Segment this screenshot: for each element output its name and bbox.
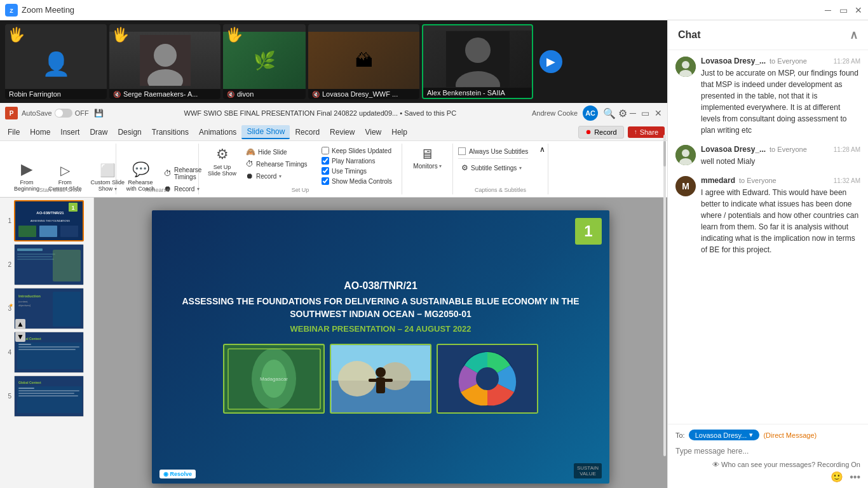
menu-home[interactable]: Home <box>25 126 55 139</box>
setup-show-button[interactable]: ⚙ Set UpSlide Show <box>204 144 240 179</box>
autosave-toggle[interactable] <box>55 109 72 118</box>
show-media-check[interactable]: Show Media Controls <box>322 177 392 186</box>
menu-transitions[interactable]: Transitions <box>147 126 194 139</box>
svg-text:Z: Z <box>10 8 13 14</box>
user-avatar[interactable]: AC <box>583 105 598 121</box>
chat-recipient-selector[interactable]: Lovasoa Dresy... ▾ <box>689 430 760 440</box>
slide-main-area: 1 AO-038/TNR/21 ASSESSING THE FOUNDATION… <box>94 198 667 488</box>
menu-view[interactable]: View <box>360 126 386 139</box>
svg-rect-19 <box>17 256 52 257</box>
menu-record[interactable]: Record <box>290 126 325 139</box>
video-nav-arrow: ▶ <box>546 55 555 69</box>
menu-slideshow[interactable]: Slide Show <box>241 125 290 139</box>
chat-text-2: well noted Mialy <box>701 156 860 167</box>
chat-collapse-button[interactable]: ∧ <box>850 28 858 42</box>
ribbon-group-monitors: 🖥 Monitors ▾ <box>402 144 453 194</box>
rehearse-timings2-button[interactable]: ⏱ Rehearse Timings <box>243 158 319 170</box>
more-options-icon[interactable]: ••• <box>850 471 860 483</box>
chat-avatar-mmedard: M <box>675 176 696 196</box>
svg-text:objectives): objectives) <box>18 304 31 307</box>
subtitle-settings-button[interactable]: ⚙ Subtitle Settings ▾ <box>458 162 528 173</box>
rehearse-timings-icon: ⏱ <box>164 169 172 178</box>
tile-name-divon: 🔇 divon <box>223 89 306 99</box>
ppt-minimize[interactable]: ─ <box>630 108 636 118</box>
zoom-window-controls: ─ ▭ ✕ <box>824 6 863 15</box>
gear-icon[interactable]: ⚙ <box>618 107 627 119</box>
menu-draw[interactable]: Draw <box>85 126 112 139</box>
ribbon-record-button[interactable]: ⏺ Record <box>578 126 623 139</box>
menu-help[interactable]: Help <box>386 126 412 139</box>
chat-sender-3: mmedard <box>701 176 735 185</box>
ribbon-group-start: ▶ FromBeginning ▷ FromCurrent Slide ⬜ Cu… <box>5 144 116 194</box>
chat-sender-1: Lovasoa Dresy_... <box>701 57 766 65</box>
search-icon[interactable]: 🔍 <box>603 107 616 119</box>
video-tile-lovasoa[interactable]: 🏔 🔇 Lovasoa Dresy_WWF ... <box>308 24 419 99</box>
main-area: 1 AO-038/TNR/21 ASSESSING THE FOUNDATION… <box>0 198 667 488</box>
keep-updated-input[interactable] <box>322 147 329 154</box>
slide-thumb-2[interactable]: 2 <box>3 244 91 285</box>
ppt-window-controls: ─ ▭ ✕ <box>630 108 662 118</box>
rehearse-timings2-label: Rehearse Timings <box>256 161 308 168</box>
alex-video <box>446 31 510 87</box>
svg-text:Global Context: Global Context <box>18 381 41 384</box>
menu-review[interactable]: Review <box>325 126 360 139</box>
video-tile-robin[interactable]: 🖐 👤 Robin Farrington <box>5 24 107 99</box>
record-small2-label: Record <box>256 173 276 180</box>
emoji-icon[interactable]: 🙂 <box>831 471 843 483</box>
ppt-restore[interactable]: ▭ <box>641 108 649 118</box>
monitors-button[interactable]: 🖥 Monitors ▾ <box>410 144 444 172</box>
ribbon-group-setup: ⚙ Set UpSlide Show 🙈 Hide Slide ⏱ Rehear… <box>199 144 402 194</box>
menu-design[interactable]: Design <box>112 126 146 139</box>
save-icon[interactable]: 💾 <box>94 109 104 118</box>
use-timings-input[interactable] <box>322 167 329 175</box>
video-nav-button[interactable]: ▶ <box>539 50 562 73</box>
monitors-label-row: Monitors ▾ <box>413 163 441 170</box>
rehearse-timings2-icon: ⏱ <box>246 159 254 168</box>
svg-text:ASSESSING THE FOUNDATIONS: ASSESSING THE FOUNDATIONS <box>31 219 70 222</box>
record2-dropdown-arrow: ▾ <box>279 173 281 179</box>
hide-slide-button[interactable]: 🙈 Hide Slide <box>243 146 319 158</box>
ppt-close[interactable]: ✕ <box>654 108 662 118</box>
menu-insert[interactable]: Insert <box>55 126 85 139</box>
avatar-img-lovasoa <box>675 57 696 77</box>
chat-input[interactable] <box>675 444 860 458</box>
play-narrations-check[interactable]: Play Narrations <box>322 156 392 165</box>
resolve-footer-button[interactable]: ◉ Resolve <box>159 470 196 478</box>
close-button[interactable]: ✕ <box>854 6 863 15</box>
slide-img-5: Global Context <box>14 376 84 417</box>
video-tile-alex[interactable]: Alex Benkenstein - SAIIA <box>422 24 533 99</box>
chat-footer-icons: 👁 Who can see your messages? Recording O… <box>675 461 860 468</box>
photo-svg <box>332 346 430 412</box>
record-btn-label: Record <box>594 128 616 136</box>
share-icon: ↑ <box>634 128 637 135</box>
rehearse-timings-button[interactable]: ⏱ Rehearse Timings <box>161 165 205 182</box>
keep-updated-check[interactable]: Keep Slides Updated <box>322 146 392 155</box>
mic-muted-lovasoa: 🔇 <box>312 91 320 98</box>
svg-rect-17 <box>17 248 43 251</box>
show-media-input[interactable] <box>322 177 329 185</box>
divon-avatar: 🌿 <box>254 50 276 71</box>
slide-num-3: 3★ <box>3 305 11 312</box>
slide-thumb-1[interactable]: 1 AO-038/TNR/21 ASSESSING THE FOUNDATION… <box>3 200 91 241</box>
ppt-filename: WWF SWIO SBE FINAL PRESENTATION Final 24… <box>109 109 532 117</box>
always-subtitles-checkbox[interactable] <box>458 147 466 155</box>
slide-thumb-5[interactable]: 5 Global Context <box>3 376 91 417</box>
video-tile-divon[interactable]: 🖐 🌿 🔇 divon <box>223 24 306 99</box>
chat-body-1: Lovasoa Dresy_... to Everyone 11:28 AM J… <box>701 57 860 136</box>
svg-point-3 <box>154 44 177 67</box>
share-button[interactable]: ↑ Share <box>628 126 665 138</box>
play-narrations-input[interactable] <box>322 157 329 165</box>
svg-text:Madagascar: Madagascar <box>259 376 287 382</box>
chat-message-2: Lovasoa Dresy_... to Everyone 11:28 AM w… <box>675 145 860 167</box>
svg-point-6 <box>465 37 491 63</box>
record-small2-button[interactable]: ⏺ Record ▾ <box>243 170 319 182</box>
video-tile-serge[interactable]: 🖐 🔇 Serge Raemaekers- A... <box>109 24 220 99</box>
menu-animations[interactable]: Animations <box>194 126 241 139</box>
keep-updated-label: Keep Slides Updated <box>332 147 391 154</box>
mic-muted-divon: 🔇 <box>227 91 234 98</box>
menu-file[interactable]: File <box>3 126 25 139</box>
restore-button[interactable]: ▭ <box>839 6 848 15</box>
minimize-button[interactable]: ─ <box>824 6 832 15</box>
use-timings-check[interactable]: Use Timings <box>322 166 392 175</box>
captions-collapse-button[interactable]: ∧ <box>539 145 545 154</box>
